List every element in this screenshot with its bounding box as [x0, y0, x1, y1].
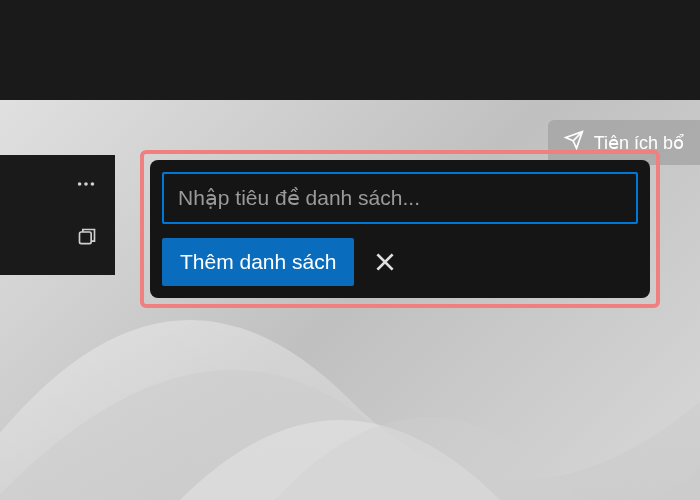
add-list-button[interactable]: Thêm danh sách	[162, 238, 354, 286]
svg-point-2	[91, 182, 95, 186]
svg-point-1	[84, 182, 88, 186]
template-icon-button[interactable]	[77, 227, 97, 247]
list-title-input[interactable]	[162, 172, 638, 224]
button-row: Thêm danh sách	[162, 238, 638, 286]
content-area: Tiện ích bổ Thêm danh sách	[0, 100, 700, 500]
highlight-annotation: Thêm danh sách	[140, 150, 660, 308]
svg-point-0	[78, 182, 82, 186]
sidebar-strip	[0, 155, 115, 275]
top-bar	[0, 0, 700, 100]
add-list-panel: Thêm danh sách	[150, 160, 650, 298]
svg-rect-3	[80, 232, 92, 244]
close-icon[interactable]	[372, 249, 398, 275]
more-options-button[interactable]	[75, 173, 97, 195]
